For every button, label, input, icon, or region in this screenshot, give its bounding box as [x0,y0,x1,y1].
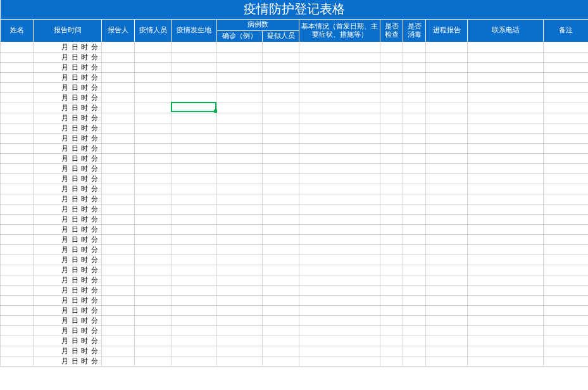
cell[interactable] [426,143,468,153]
cell[interactable] [135,356,172,366]
cell[interactable] [102,173,135,184]
cell[interactable] [544,62,589,72]
cell[interactable] [544,194,589,204]
cell[interactable] [380,72,403,82]
cell[interactable] [544,133,589,143]
cell[interactable] [172,133,217,143]
cell[interactable] [299,305,380,315]
cell[interactable] [217,224,263,234]
cell[interactable] [102,315,135,325]
cell[interactable] [468,153,544,163]
cell[interactable] [426,285,468,295]
cell[interactable] [135,255,172,265]
cell[interactable] [135,336,172,346]
cell[interactable] [299,92,380,103]
cell[interactable] [468,305,544,315]
cell[interactable] [426,356,468,366]
cell[interactable] [380,92,403,103]
cell[interactable] [403,244,426,255]
cell[interactable] [217,325,263,336]
cell[interactable]: 月 日 时 分 [34,325,102,336]
cell[interactable] [135,295,172,305]
cell[interactable] [299,265,380,275]
cell[interactable] [1,194,34,204]
cell[interactable] [544,234,589,244]
cell[interactable] [403,224,426,234]
cell[interactable] [172,275,217,285]
cell[interactable] [299,224,380,234]
cell[interactable] [426,163,468,173]
cell[interactable] [299,204,380,214]
cell[interactable] [468,356,544,366]
cell[interactable] [544,224,589,234]
cell[interactable] [403,275,426,285]
cell[interactable] [468,244,544,255]
cell[interactable] [1,92,34,103]
cell[interactable] [299,356,380,366]
cell[interactable] [468,62,544,72]
cell[interactable] [299,143,380,153]
cell[interactable] [172,244,217,255]
cell[interactable] [403,234,426,244]
cell[interactable] [102,82,135,92]
cell[interactable] [403,255,426,265]
cell[interactable]: 月 日 时 分 [34,315,102,325]
cell[interactable] [426,153,468,163]
cell[interactable] [263,72,299,82]
cell[interactable] [380,224,403,234]
cell[interactable] [172,103,217,113]
cell[interactable] [299,173,380,184]
cell[interactable] [1,244,34,255]
cell[interactable] [299,234,380,244]
cell[interactable] [426,194,468,204]
cell[interactable] [380,62,403,72]
cell[interactable] [172,336,217,346]
cell[interactable] [1,295,34,305]
cell[interactable] [217,62,263,72]
cell[interactable] [403,295,426,305]
cell[interactable] [380,325,403,336]
cell[interactable] [172,285,217,295]
cell[interactable] [102,163,135,173]
cell[interactable] [299,244,380,255]
cell[interactable] [1,123,34,133]
cell[interactable] [102,204,135,214]
cell[interactable]: 月 日 时 分 [34,103,102,113]
cell[interactable] [380,346,403,356]
cell[interactable] [403,285,426,295]
cell[interactable] [1,224,34,234]
cell[interactable] [544,255,589,265]
cell[interactable] [102,234,135,244]
cell[interactable] [403,336,426,346]
cell[interactable] [468,224,544,234]
cell[interactable] [299,42,380,52]
cell[interactable] [299,153,380,163]
cell[interactable] [263,82,299,92]
cell[interactable] [217,42,263,52]
cell[interactable] [380,275,403,285]
cell[interactable]: 月 日 时 分 [34,113,102,123]
cell[interactable] [544,72,589,82]
cell[interactable] [380,173,403,184]
cell[interactable] [102,62,135,72]
cell[interactable] [172,113,217,123]
cell[interactable] [299,133,380,143]
cell[interactable] [102,214,135,224]
cell[interactable] [1,204,34,214]
cell[interactable] [426,184,468,194]
cell[interactable] [468,52,544,62]
cell[interactable]: 月 日 时 分 [34,133,102,143]
cell[interactable] [263,325,299,336]
cell[interactable] [217,295,263,305]
cell[interactable] [1,315,34,325]
cell[interactable] [468,123,544,133]
cell[interactable] [217,244,263,255]
cell[interactable] [1,103,34,113]
cell[interactable] [217,103,263,113]
cell[interactable] [426,315,468,325]
cell[interactable] [1,163,34,173]
cell[interactable] [380,255,403,265]
cell[interactable] [172,295,217,305]
cell[interactable] [1,325,34,336]
cell[interactable] [102,92,135,103]
